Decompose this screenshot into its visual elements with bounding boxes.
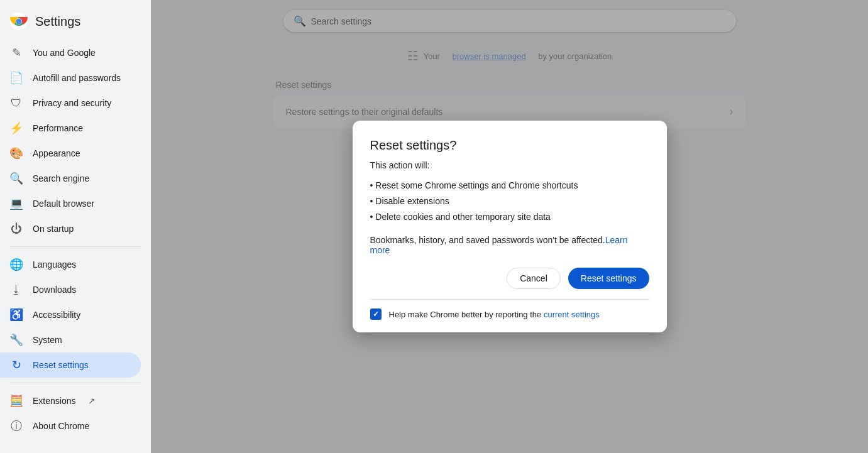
sidebar-item-accessibility[interactable]: ♿ Accessibility [0, 302, 141, 327]
sidebar-item-performance[interactable]: ⚡ Performance [0, 116, 141, 141]
sidebar-item-extensions[interactable]: 🧮 Extensions ↗ [0, 388, 141, 413]
extension-icon: 🧮 [10, 395, 23, 407]
speed-icon: ⚡ [10, 122, 23, 134]
sidebar-label-autofill: Autofill and passwords [33, 73, 121, 83]
svg-point-3 [16, 19, 22, 25]
palette-icon: 🎨 [10, 147, 23, 160]
sidebar-item-downloads[interactable]: ⭳ Downloads [0, 277, 141, 302]
dialog-list: • Reset some Chrome settings and Chrome … [370, 178, 649, 226]
cancel-button[interactable]: Cancel [507, 268, 561, 289]
sidebar-label-appearance: Appearance [33, 148, 80, 158]
list-item-3: • Delete cookies and other temporary sit… [370, 209, 649, 225]
dialog-divider [370, 299, 649, 300]
dialog-buttons: Cancel Reset settings [370, 268, 649, 289]
sidebar-item-autofill[interactable]: 📄 Autofill and passwords [0, 65, 141, 90]
language-icon: 🌐 [10, 258, 23, 271]
reset-settings-button[interactable]: Reset settings [568, 268, 649, 289]
checkbox-label: Help make Chrome better by reporting the… [389, 310, 600, 319]
search-icon: 🔍 [10, 172, 23, 185]
sidebar-label-on-startup: On startup [33, 224, 74, 234]
list-item-2: • Disable extensions [370, 194, 649, 209]
report-checkbox[interactable] [370, 308, 382, 320]
sidebar-label-languages: Languages [33, 259, 76, 270]
sidebar-item-you-and-google[interactable]: ✎ You and Google [0, 40, 141, 65]
current-settings-link[interactable]: current settings [544, 310, 600, 319]
list-item-1: • Reset some Chrome settings and Chrome … [370, 178, 649, 194]
info-icon: ⓘ [10, 420, 23, 432]
app-title: Settings [35, 14, 80, 29]
assignment-icon: 📄 [10, 72, 23, 84]
main-content: 🔍 ☷ Your browser is managed by your orga… [151, 0, 868, 453]
dialog-backdrop: Reset settings? This action will: • Rese… [151, 0, 868, 453]
dialog-title: Reset settings? [370, 138, 649, 153]
sidebar-label-default-browser: Default browser [33, 199, 94, 209]
sidebar-label-extensions: Extensions [33, 396, 75, 406]
dialog-note: Bookmarks, history, and saved passwords … [370, 235, 649, 255]
sidebar-label-accessibility: Accessibility [33, 310, 80, 320]
sidebar-header: Settings [0, 8, 151, 40]
sidebar-label-you-and-google: You and Google [33, 48, 96, 58]
sidebar-item-reset-settings[interactable]: ↻ Reset settings [0, 352, 141, 378]
sidebar-item-search-engine[interactable]: 🔍 Search engine [0, 166, 141, 191]
dialog-checkbox-row: Help make Chrome better by reporting the… [370, 308, 649, 320]
sidebar-label-downloads: Downloads [33, 285, 76, 295]
sidebar-label-performance: Performance [33, 123, 83, 133]
shield-icon: 🛡 [10, 97, 23, 109]
accessibility-icon: ♿ [10, 308, 23, 321]
dialog-subtitle: This action will: [370, 160, 649, 170]
sidebar-item-about-chrome[interactable]: ⓘ About Chrome [0, 413, 141, 439]
sidebar-label-search-engine: Search engine [33, 173, 89, 183]
power-icon: ⏻ [10, 222, 23, 235]
sidebar-label-about-chrome: About Chrome [33, 421, 89, 431]
sidebar-item-default-browser[interactable]: 💻 Default browser [0, 191, 141, 216]
sidebar: Settings ✎ You and Google 📄 Autofill and… [0, 0, 151, 453]
sidebar-item-system[interactable]: 🔧 System [0, 327, 141, 352]
external-link-icon: ↗ [88, 396, 96, 406]
sidebar-divider-2 [10, 383, 141, 383]
person-icon: ✎ [10, 46, 23, 59]
sidebar-label-reset-settings: Reset settings [33, 360, 89, 370]
computer-icon: 💻 [10, 197, 23, 210]
sidebar-label-privacy: Privacy and security [33, 98, 111, 108]
chrome-logo [10, 13, 28, 30]
sidebar-item-on-startup[interactable]: ⏻ On startup [0, 216, 141, 241]
build-icon: 🔧 [10, 334, 23, 346]
download-icon: ⭳ [10, 283, 23, 296]
sidebar-item-privacy[interactable]: 🛡 Privacy and security [0, 90, 141, 116]
dialog-note-text: Bookmarks, history, and saved passwords … [370, 235, 605, 245]
refresh-icon: ↻ [10, 359, 23, 371]
reset-settings-dialog: Reset settings? This action will: • Rese… [353, 121, 667, 333]
sidebar-label-system: System [33, 335, 62, 345]
sidebar-divider [10, 246, 141, 247]
sidebar-item-languages[interactable]: 🌐 Languages [0, 252, 141, 277]
sidebar-item-appearance[interactable]: 🎨 Appearance [0, 141, 141, 166]
